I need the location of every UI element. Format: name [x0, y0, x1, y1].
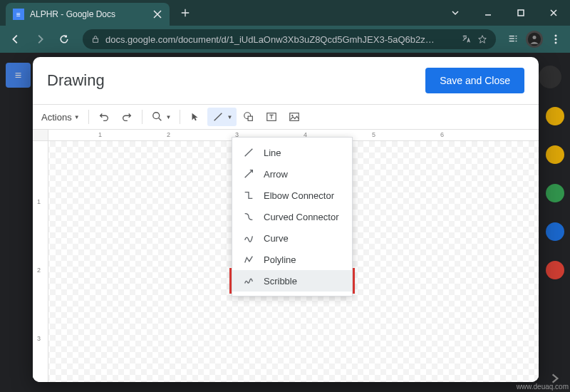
elbow-icon: [242, 189, 255, 202]
star-icon[interactable]: [477, 34, 487, 44]
curved-connector-icon: [242, 210, 255, 223]
undo-icon: [98, 110, 110, 123]
shape-tool[interactable]: [238, 108, 259, 126]
docs-favicon: ≡: [13, 9, 24, 20]
cursor-icon: [189, 110, 202, 123]
separator: [88, 110, 89, 124]
menu-item-arrow[interactable]: Arrow: [232, 163, 352, 185]
maps-icon[interactable]: [546, 261, 564, 279]
menu-label: Elbow Connector: [264, 190, 334, 201]
tab-title: ALPHR - Google Docs: [30, 9, 147, 19]
side-panel-icons: [546, 107, 564, 279]
line-tool-dropdown: Line Arrow Elbow Connector Curved Connec…: [232, 137, 353, 296]
textbox-icon: [265, 110, 278, 123]
line-icon: [242, 146, 255, 159]
menu-item-line[interactable]: Line: [232, 142, 352, 163]
dropdown-icon[interactable]: [439, 0, 472, 26]
separator: [142, 110, 142, 124]
svg-point-7: [152, 113, 159, 119]
menu-label: Curved Connector: [264, 212, 339, 222]
line-tool[interactable]: ▼: [207, 108, 237, 126]
maximize-button[interactable]: [504, 0, 537, 26]
close-window-button[interactable]: [537, 0, 570, 26]
svg-point-12: [292, 115, 294, 116]
svg-point-4: [555, 35, 557, 37]
svg-rect-9: [249, 116, 253, 120]
reading-list-icon[interactable]: [504, 31, 522, 48]
line-icon: [212, 110, 224, 123]
browser-tab[interactable]: ≡ ALPHR - Google Docs: [6, 3, 170, 26]
menu-icon[interactable]: [547, 31, 564, 48]
menu-item-polyline[interactable]: Polyline: [232, 249, 352, 270]
translate-icon[interactable]: [462, 34, 472, 44]
reload-button[interactable]: [54, 29, 74, 49]
polyline-icon: [242, 253, 255, 266]
menu-label: Polyline: [264, 254, 296, 265]
image-icon: [288, 110, 301, 123]
actions-menu[interactable]: Actions▼: [37, 109, 84, 125]
menu-item-scribble[interactable]: Scribble: [232, 270, 352, 292]
undo-button[interactable]: [93, 108, 115, 126]
new-tab-button[interactable]: [175, 3, 195, 23]
image-tool[interactable]: [284, 108, 305, 126]
menu-label: Scribble: [264, 276, 297, 287]
forward-button[interactable]: [30, 29, 50, 49]
scribble-icon: [242, 274, 255, 287]
docs-logo: ≡: [6, 63, 31, 88]
menu-label: Line: [264, 148, 281, 158]
ruler-vertical: 1 2 3: [33, 141, 48, 382]
menu-item-curve[interactable]: Curve: [232, 227, 352, 249]
separator: [180, 110, 180, 124]
modal-title: Drawing: [47, 71, 105, 90]
svg-rect-0: [518, 10, 524, 16]
lock-icon: [91, 35, 100, 43]
window-controls: [439, 0, 570, 26]
contacts-icon[interactable]: [546, 222, 564, 241]
watermark: www.deuaq.com: [517, 383, 569, 391]
profile-avatar[interactable]: [526, 31, 543, 48]
select-tool[interactable]: [185, 108, 206, 126]
save-and-close-button[interactable]: Save and Close: [425, 68, 524, 93]
shape-icon: [242, 110, 255, 123]
arrow-icon: [242, 167, 255, 180]
redo-button[interactable]: [116, 108, 138, 126]
docs-avatar: [539, 66, 561, 88]
url-text: docs.google.com/document/d/1_iUdLaOnw3Xb…: [105, 34, 456, 45]
zoom-icon: [151, 110, 164, 123]
minimize-button[interactable]: [472, 0, 504, 26]
menu-item-elbow-connector[interactable]: Elbow Connector: [232, 185, 352, 206]
browser-address-bar: docs.google.com/document/d/1_iUdLaOnw3Xb…: [0, 26, 570, 53]
redo-icon: [120, 110, 133, 123]
browser-titlebar: ≡ ALPHR - Google Docs: [0, 0, 570, 26]
svg-point-6: [555, 42, 557, 44]
svg-rect-1: [93, 38, 98, 42]
keep-icon[interactable]: [546, 145, 564, 164]
drawing-toolbar: Actions▼ ▼ ▼: [33, 104, 539, 130]
close-tab-icon[interactable]: [152, 9, 162, 19]
curve-icon: [242, 232, 255, 244]
url-field[interactable]: docs.google.com/document/d/1_iUdLaOnw3Xb…: [83, 29, 496, 49]
textbox-tool[interactable]: [261, 108, 282, 126]
svg-point-3: [533, 36, 537, 39]
zoom-menu[interactable]: ▼: [147, 108, 176, 126]
back-button[interactable]: [6, 29, 26, 49]
calendar-icon[interactable]: [546, 107, 564, 125]
modal-header: Drawing Save and Close: [33, 57, 539, 104]
svg-point-5: [555, 38, 557, 41]
tasks-icon[interactable]: [546, 184, 564, 202]
menu-label: Curve: [264, 233, 289, 244]
ruler-corner: [33, 130, 48, 141]
menu-item-curved-connector[interactable]: Curved Connector: [232, 206, 352, 227]
menu-label: Arrow: [264, 169, 288, 180]
